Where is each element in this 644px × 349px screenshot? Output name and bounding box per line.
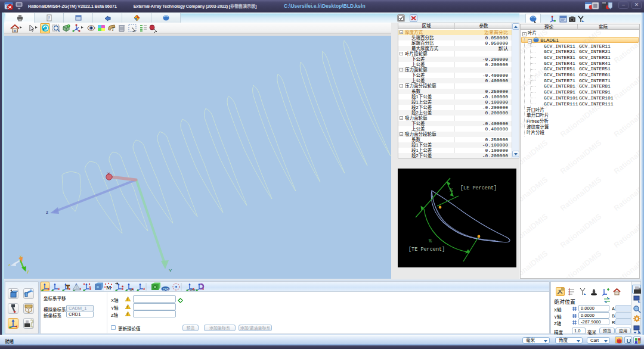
svg-text:x: x [20, 254, 22, 258]
svg-text:M: M [106, 285, 112, 291]
svg-text:y: y [27, 269, 29, 274]
svg-text:MSP: MSP [190, 289, 196, 292]
svg-text:SH: SH [129, 288, 134, 292]
svg-text:z: z [46, 210, 48, 215]
svg-text:T: T [112, 27, 114, 32]
svg-text:Y: Y [169, 268, 172, 273]
svg-text:[TE Percent]: [TE Percent] [408, 247, 445, 253]
svg-text:z: z [8, 263, 11, 267]
svg-text:%: % [450, 188, 453, 194]
svg-text:[LE Percent]: [LE Percent] [460, 185, 497, 191]
svg-text:CAD: CAD [163, 288, 169, 291]
svg-text:%: % [429, 238, 432, 244]
